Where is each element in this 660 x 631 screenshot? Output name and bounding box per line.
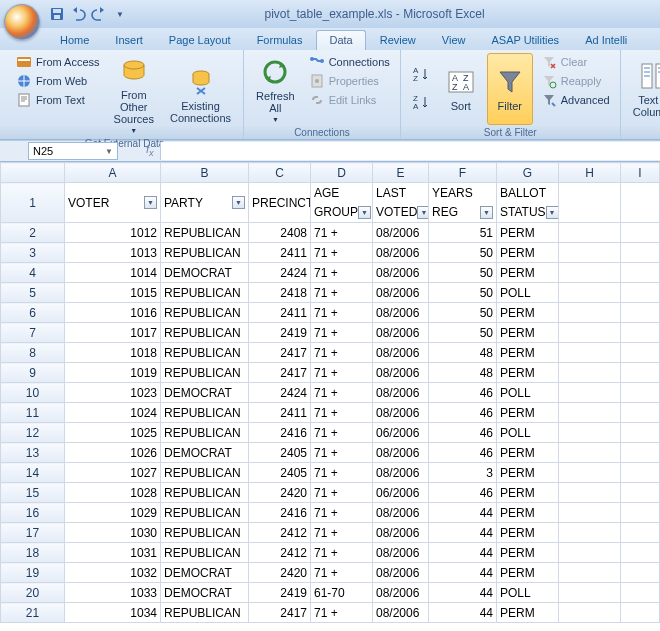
table-row[interactable]: 61016REPUBLICAN241171 +08/200650PERM xyxy=(1,303,660,323)
col-header-F[interactable]: F xyxy=(429,163,497,183)
svg-text:A: A xyxy=(413,102,419,111)
table-row[interactable]: 211034REPUBLICAN241771 +08/200644PERM xyxy=(1,603,660,623)
col-header-D[interactable]: D xyxy=(311,163,373,183)
table-row[interactable]: 151028REPUBLICAN242071 +06/200646PERM xyxy=(1,483,660,503)
row-header-21[interactable]: 21 xyxy=(1,603,65,623)
filter-dropdown-icon[interactable]: ▼ xyxy=(480,206,493,219)
table-row[interactable]: 171030REPUBLICAN241271 +08/200644PERM xyxy=(1,523,660,543)
filter-dropdown-icon[interactable]: ▼ xyxy=(417,206,428,219)
table-row[interactable]: 141027REPUBLICAN240571 +08/20063PERM xyxy=(1,463,660,483)
save-icon[interactable] xyxy=(48,5,66,23)
tab-review[interactable]: Review xyxy=(368,31,428,50)
column-headers: ABCDEFGHI xyxy=(1,163,660,183)
table-row[interactable]: 161029REPUBLICAN241671 +08/200644PERM xyxy=(1,503,660,523)
row-header-15[interactable]: 15 xyxy=(1,483,65,503)
group-data-tools: Text to Columns xyxy=(621,50,660,139)
existing-connections-button[interactable]: Existing Connections xyxy=(164,53,237,136)
tab-insert[interactable]: Insert xyxy=(103,31,155,50)
reapply-button[interactable]: Reapply xyxy=(537,72,614,90)
tab-data[interactable]: Data xyxy=(316,30,365,50)
col-header-G[interactable]: G xyxy=(497,163,559,183)
name-box-input[interactable] xyxy=(33,145,83,157)
filter-button[interactable]: Filter xyxy=(487,53,533,125)
office-button[interactable] xyxy=(4,4,40,40)
from-text-button[interactable]: From Text xyxy=(12,91,104,109)
clear-button[interactable]: Clear xyxy=(537,53,614,71)
tab-view[interactable]: View xyxy=(430,31,478,50)
tab-formulas[interactable]: Formulas xyxy=(245,31,315,50)
spreadsheet-grid[interactable]: ABCDEFGHI 1VOTER▼PARTY▼PRECINCT▼AGELASTY… xyxy=(0,162,660,631)
row-header-14[interactable]: 14 xyxy=(1,463,65,483)
row-header-18[interactable]: 18 xyxy=(1,543,65,563)
table-row[interactable]: 191032DEMOCRAT242071 +08/200644PERM xyxy=(1,563,660,583)
tab-ad-intelli[interactable]: Ad Intelli xyxy=(573,31,639,50)
name-box[interactable]: ▼ xyxy=(28,142,118,160)
row-header-9[interactable]: 9 xyxy=(1,363,65,383)
row-header-17[interactable]: 17 xyxy=(1,523,65,543)
properties-button[interactable]: Properties xyxy=(305,72,394,90)
table-row[interactable]: 31013REPUBLICAN241171 +08/200650PERM xyxy=(1,243,660,263)
qat-dropdown-icon[interactable]: ▼ xyxy=(111,5,129,23)
table-row[interactable]: 71017REPUBLICAN241971 +08/200650PERM xyxy=(1,323,660,343)
tab-home[interactable]: Home xyxy=(48,31,101,50)
table-row[interactable]: 91019REPUBLICAN241771 +08/200648PERM xyxy=(1,363,660,383)
row-header-4[interactable]: 4 xyxy=(1,263,65,283)
col-header-E[interactable]: E xyxy=(373,163,429,183)
advanced-button[interactable]: Advanced xyxy=(537,91,614,109)
from-other-sources-button[interactable]: From Other Sources▼ xyxy=(108,53,160,136)
row-header-10[interactable]: 10 xyxy=(1,383,65,403)
row-header-20[interactable]: 20 xyxy=(1,583,65,603)
text-to-columns-button[interactable]: Text to Columns xyxy=(627,53,660,125)
from-access-button[interactable]: From Access xyxy=(12,53,104,71)
formula-bar: ▼ fx xyxy=(0,140,660,162)
table-row[interactable]: 51015REPUBLICAN241871 +08/200650POLL xyxy=(1,283,660,303)
filter-dropdown-icon[interactable]: ▼ xyxy=(546,206,559,219)
row-header-16[interactable]: 16 xyxy=(1,503,65,523)
svg-point-12 xyxy=(320,59,324,63)
row-header-12[interactable]: 12 xyxy=(1,423,65,443)
edit-links-button[interactable]: Edit Links xyxy=(305,91,394,109)
fx-icon[interactable]: fx xyxy=(146,143,154,158)
row-header-6[interactable]: 6 xyxy=(1,303,65,323)
col-header-I[interactable]: I xyxy=(621,163,660,183)
col-header-B[interactable]: B xyxy=(161,163,249,183)
table-row[interactable]: 41014DEMOCRAT242471 +08/200650PERM xyxy=(1,263,660,283)
row-header-19[interactable]: 19 xyxy=(1,563,65,583)
connections-button[interactable]: Connections xyxy=(305,53,394,71)
undo-icon[interactable] xyxy=(69,5,87,23)
filter-dropdown-icon[interactable]: ▼ xyxy=(358,206,371,219)
sort-asc-button[interactable]: AZ xyxy=(407,64,435,86)
redo-icon[interactable] xyxy=(90,5,108,23)
row-header-3[interactable]: 3 xyxy=(1,243,65,263)
table-row[interactable]: 201033DEMOCRAT241961-7008/200644POLL xyxy=(1,583,660,603)
name-box-dropdown-icon[interactable]: ▼ xyxy=(105,147,113,156)
table-row[interactable]: 131026DEMOCRAT240571 +08/200646PERM xyxy=(1,443,660,463)
row-header-8[interactable]: 8 xyxy=(1,343,65,363)
col-header-C[interactable]: C xyxy=(249,163,311,183)
table-row[interactable]: 111024REPUBLICAN241171 +08/200646PERM xyxy=(1,403,660,423)
table-row[interactable]: 181031REPUBLICAN241271 +08/200644PERM xyxy=(1,543,660,563)
refresh-all-button[interactable]: Refresh All▼ xyxy=(250,53,301,125)
select-all-corner[interactable] xyxy=(1,163,65,183)
row-header-13[interactable]: 13 xyxy=(1,443,65,463)
tab-page-layout[interactable]: Page Layout xyxy=(157,31,243,50)
table-row[interactable]: 101023DEMOCRAT242471 +08/200646POLL xyxy=(1,383,660,403)
table-row[interactable]: 81018REPUBLICAN241771 +08/200648PERM xyxy=(1,343,660,363)
from-web-button[interactable]: From Web xyxy=(12,72,104,90)
sort-desc-button[interactable]: ZA xyxy=(407,92,435,114)
tab-asap-utilities[interactable]: ASAP Utilities xyxy=(479,31,571,50)
table-row[interactable]: 21012REPUBLICAN240871 +08/200651PERM xyxy=(1,223,660,243)
row-header-2[interactable]: 2 xyxy=(1,223,65,243)
col-header-A[interactable]: A xyxy=(65,163,161,183)
svg-point-14 xyxy=(315,79,319,83)
sort-button[interactable]: AZZASort xyxy=(439,53,483,125)
formula-input[interactable] xyxy=(160,142,660,160)
filter-dropdown-icon[interactable]: ▼ xyxy=(232,196,245,209)
filter-dropdown-icon[interactable]: ▼ xyxy=(144,196,157,209)
row-header-5[interactable]: 5 xyxy=(1,283,65,303)
row-header-1[interactable]: 1 xyxy=(1,183,65,223)
row-header-11[interactable]: 11 xyxy=(1,403,65,423)
row-header-7[interactable]: 7 xyxy=(1,323,65,343)
col-header-H[interactable]: H xyxy=(559,163,621,183)
table-row[interactable]: 121025REPUBLICAN241671 +06/200646POLL xyxy=(1,423,660,443)
